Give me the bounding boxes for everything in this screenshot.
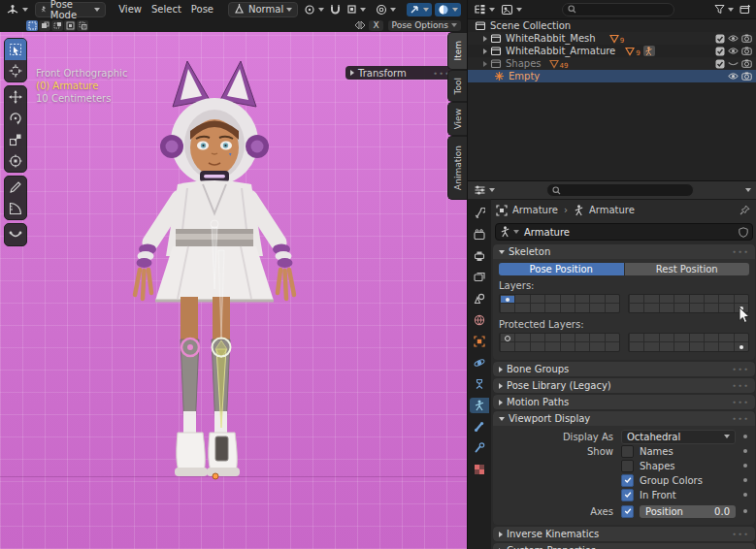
properties-options-dropdown[interactable] (745, 188, 751, 192)
transform-orientation-dropdown[interactable]: Normal (228, 2, 298, 17)
group-colors-checkbox[interactable] (621, 474, 634, 487)
names-checkbox[interactable] (621, 445, 634, 458)
tab-texture[interactable] (470, 462, 489, 477)
outliner-filter-button[interactable] (711, 3, 737, 16)
panel-bone-groups-header[interactable]: Bone Groups ∙∙∙ (493, 362, 755, 376)
outliner-row-whiterabbit-mesh[interactable]: WhiteRabbit_Mesh 9 (468, 32, 756, 45)
drag-grip-icon[interactable]: ∙∙∙ (732, 414, 749, 423)
breadcrumb-data[interactable]: Armature (589, 205, 635, 215)
camera-icon[interactable] (741, 59, 752, 68)
drag-grip-icon[interactable]: ∙∙∙ (732, 381, 749, 390)
armature-layers-grid-right[interactable] (628, 294, 749, 313)
tool-scale[interactable] (5, 129, 26, 150)
camera-icon[interactable] (741, 47, 752, 55)
axes-position-slider[interactable]: Position 0.0 (640, 505, 736, 518)
tab-physics[interactable] (470, 355, 489, 371)
menu-pose[interactable]: Pose (186, 2, 218, 16)
select-mode-subtract-button[interactable] (51, 20, 63, 31)
disclosure-triangle-icon[interactable] (483, 61, 487, 67)
panel-motion-paths-header[interactable]: Motion Paths ∙∙∙ (493, 395, 755, 409)
fake-user-shield-icon[interactable] (739, 227, 748, 238)
rest-position-button[interactable]: Rest Position (625, 263, 750, 275)
tab-output[interactable] (470, 248, 489, 264)
snap-settings-dropdown[interactable] (344, 3, 369, 16)
decorator-dot[interactable] (743, 449, 747, 453)
tool-move[interactable] (5, 86, 26, 108)
eye-icon[interactable] (728, 47, 739, 55)
tool-select-box[interactable] (5, 39, 26, 60)
transform-panel-header[interactable]: Transform ∙∙∙ (345, 66, 455, 80)
checkbox-icon[interactable] (715, 47, 725, 56)
panel-custom-properties-header[interactable]: Custom Properties ∙∙∙ (493, 543, 755, 549)
protected-layers-grid-left[interactable] (499, 333, 620, 352)
id-name-value[interactable]: Armature (524, 227, 739, 238)
outliner-editor-type-button[interactable] (471, 3, 498, 16)
checkbox-icon[interactable] (715, 34, 725, 44)
menu-view[interactable]: View (114, 2, 147, 16)
drag-grip-icon[interactable]: ∙∙∙ (732, 365, 749, 373)
eye-icon[interactable] (728, 34, 739, 43)
pin-icon[interactable] (740, 205, 750, 215)
tool-curve-falloff[interactable] (5, 224, 26, 245)
axes-checkbox[interactable] (621, 505, 634, 518)
snap-toggle[interactable] (327, 3, 344, 16)
select-mode-extend-button[interactable] (39, 20, 50, 31)
breadcrumb-object[interactable]: Armature (512, 205, 558, 215)
decorator-dot[interactable] (743, 509, 747, 513)
camera-icon[interactable] (741, 72, 752, 81)
tab-view-layer[interactable] (470, 270, 489, 285)
disclosure-triangle-icon[interactable] (483, 36, 487, 42)
pose-options-dropdown[interactable]: Pose Options (388, 20, 461, 31)
properties-editor-type-button[interactable] (471, 183, 498, 197)
select-mode-intersect-button[interactable] (77, 20, 88, 31)
tab-bone-constraints[interactable] (470, 440, 489, 456)
panel-viewport-display-header[interactable]: Viewport Display ∙∙∙ (493, 411, 755, 426)
tab-bone[interactable] (470, 419, 489, 435)
outliner-row-scene-collection[interactable]: Scene Collection (468, 19, 756, 32)
proportional-editing-dropdown[interactable] (373, 3, 399, 16)
tool-transform[interactable] (5, 150, 26, 172)
mirror-x-toggle[interactable]: X (369, 20, 382, 31)
panel-skeleton-header[interactable]: Skeleton ∙∙∙ (493, 244, 755, 259)
tool-rotate[interactable] (5, 108, 26, 129)
outliner-search-input[interactable] (562, 3, 674, 16)
overlays-toggle[interactable] (435, 3, 461, 16)
drag-grip-icon[interactable]: ∙∙∙ (732, 247, 749, 256)
viewport-3d[interactable]: Front Orthographic (0) Armature 10 Centi… (0, 32, 467, 549)
tool-annotate[interactable] (5, 177, 26, 198)
select-mode-set-button[interactable] (26, 20, 38, 31)
pose-position-button[interactable]: Pose Position (499, 263, 624, 275)
tab-object-constraints[interactable] (470, 376, 489, 392)
sidebar-tab-tool[interactable]: Tool (447, 70, 467, 102)
armature-id-field[interactable]: Armature (495, 223, 753, 241)
outliner-display-mode-button[interactable] (498, 3, 525, 16)
editor-type-button[interactable] (3, 3, 31, 16)
sidebar-tab-item[interactable]: Item (447, 32, 467, 70)
sidebar-tab-animation[interactable]: Animation (447, 136, 467, 200)
decorator-dot[interactable] (743, 493, 747, 497)
eye-closed-icon[interactable] (728, 59, 739, 68)
tab-render[interactable] (470, 227, 489, 242)
new-collection-button[interactable] (737, 3, 754, 16)
decorator-dot[interactable] (743, 464, 747, 468)
tool-cursor[interactable] (5, 60, 26, 81)
tool-measure[interactable] (5, 198, 26, 219)
checkbox-icon[interactable] (715, 59, 725, 69)
decorator-dot[interactable] (743, 478, 747, 482)
layer-active-cell[interactable] (501, 296, 514, 303)
decorator-dot[interactable] (743, 435, 747, 438)
select-mode-invert-button[interactable] (64, 20, 76, 31)
tab-object[interactable] (470, 334, 489, 349)
drag-grip-icon[interactable]: ∙∙∙ (732, 398, 749, 406)
display-as-dropdown[interactable]: Octahedral (621, 430, 736, 444)
disclosure-triangle-icon[interactable] (483, 48, 487, 54)
panel-inverse-kinematics-header[interactable]: Inverse Kinematics ∙∙∙ (493, 527, 755, 541)
mode-dropdown[interactable]: Pose Mode (35, 2, 106, 17)
camera-icon[interactable] (741, 34, 752, 43)
character-white-rabbit[interactable] (127, 56, 302, 483)
tab-tool[interactable] (470, 206, 489, 221)
properties-search-input[interactable] (546, 183, 694, 197)
sidebar-tab-view[interactable]: View (447, 102, 467, 136)
eye-icon[interactable] (728, 72, 739, 81)
tab-object-data-armature[interactable] (470, 398, 489, 413)
